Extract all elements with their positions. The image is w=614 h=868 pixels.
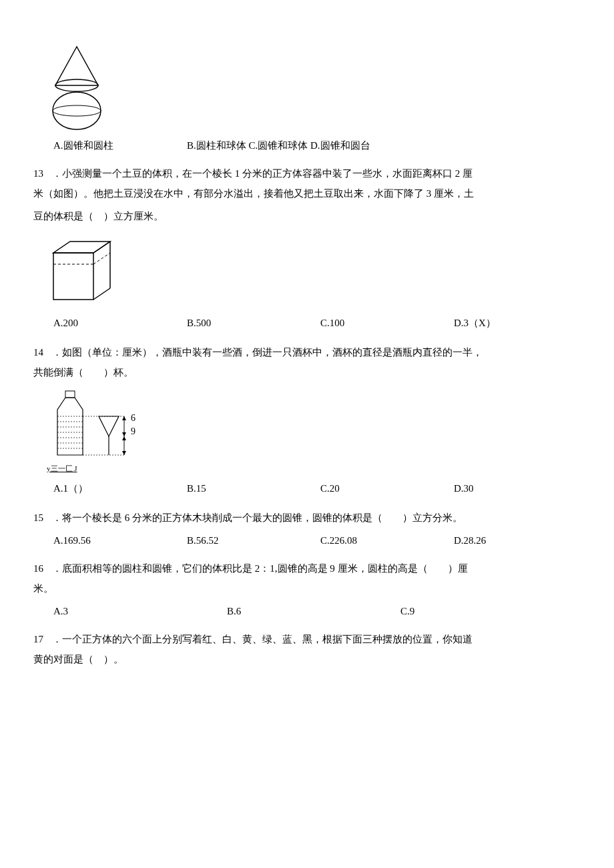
svg-rect-11 (65, 391, 75, 398)
q14-options: A.1（） B.15 C.20 D.30 (53, 480, 581, 496)
q13-option-d: D.3（X） (454, 315, 496, 331)
q12-figure (47, 45, 581, 132)
q14-option-d: D.30 (454, 480, 474, 496)
svg-point-3 (53, 105, 101, 116)
q13-line2: 米（如图）。他把土豆浸没在水中，有部分水溢出，接着他又把土豆取出来，水面下降了 … (33, 185, 581, 201)
q13-option-c: C.100 (320, 315, 454, 331)
svg-point-2 (53, 92, 101, 129)
q13-text1: ．小强测量一个土豆的体积，在一个棱长 1 分米的正方体容器中装了一些水，水面距离… (52, 168, 473, 179)
q15-number: 15 (33, 510, 52, 526)
q13-option-a: A.200 (53, 315, 187, 331)
q14-line1: 14．如图（单位：厘米），酒瓶中装有一些酒，倒进一只酒杯中，酒杯的直径是酒瓶内直… (33, 344, 581, 360)
q15-option-b: B.56.52 (187, 532, 320, 548)
q16-text1: ．底面积相等的圆柱和圆锥，它们的体积比是 2：1,圆锥的高是 9 厘米，圆柱的高… (52, 563, 468, 574)
q14-option-b: B.15 (187, 480, 320, 496)
q16-line1: 16．底面积相等的圆柱和圆锥，它们的体积比是 2：1,圆锥的高是 9 厘米，圆柱… (33, 560, 581, 576)
q15-option-d: D.28.26 (454, 532, 486, 548)
svg-line-10 (93, 253, 110, 264)
q13-number: 13 (33, 165, 52, 181)
cone-sphere-icon (47, 45, 107, 132)
q13-options: A.200 B.500 C.100 D.3（X） (53, 315, 581, 331)
cube-water-icon (47, 236, 120, 310)
q15-text1: ．将一个棱长是 6 分米的正方体木块削成一个最大的圆锥，圆锥的体积是（ ）立方分… (52, 512, 463, 523)
q15-option-c: C.226.08 (320, 532, 454, 548)
q12-option-b: B.圆柱和球体 C.圆锥和球体 D.圆锥和圆台 (187, 137, 370, 153)
svg-line-7 (93, 288, 110, 300)
svg-marker-27 (122, 451, 126, 455)
q16-option-c: C.9 (400, 603, 414, 619)
q17-text1: ．一个正方体的六个面上分别写着红、白、黄、绿、蓝、黑，根据下面三种摆放的位置，你… (52, 634, 473, 644)
q16-options: A.3 B.6 C.9 (53, 603, 581, 619)
q14-option-c: C.20 (320, 480, 454, 496)
q12-option-a: A.圆锥和圆柱 (53, 137, 187, 153)
svg-marker-26 (122, 436, 126, 440)
q13-line3: 豆的体积是（ ）立方厘米。 (33, 208, 581, 224)
q15-options: A.169.56 B.56.52 C.226.08 D.28.26 (53, 532, 581, 548)
q16-number: 16 (33, 560, 52, 576)
q16-line2: 米。 (33, 580, 581, 596)
svg-marker-24 (122, 432, 126, 436)
q14-number: 14 (33, 344, 52, 360)
q13-option-b: B.500 (187, 315, 320, 331)
q15-line1: 15．将一个棱长是 6 分米的正方体木块削成一个最大的圆锥，圆锥的体积是（ ）立… (33, 510, 581, 526)
q17-number: 17 (33, 631, 52, 647)
q14-fig-caption: y三一匚 J (47, 463, 581, 475)
q17-line2: 黄的对面是（ ）。 (33, 651, 581, 667)
q16-option-a: A.3 (53, 603, 227, 619)
q14-text1: ．如图（单位：厘米），酒瓶中装有一些酒，倒进一只酒杯中，酒杯的直径是酒瓶内直径的… (52, 347, 483, 358)
svg-line-6 (93, 242, 110, 253)
q13-line1: 13．小强测量一个土豆的体积，在一个棱长 1 分米的正方体容器中装了一些水，水面… (33, 165, 581, 181)
q17-line1: 17．一个正方体的六个面上分别写着红、白、黄、绿、蓝、黑，根据下面三种摆放的位置… (33, 631, 581, 647)
q14-option-a: A.1（） (53, 480, 187, 496)
q14-figure: 6 9 y三一匚 J (45, 390, 581, 475)
q14-line2: 共能倒满（ ）杯。 (33, 364, 581, 380)
q16-option-b: B.6 (227, 603, 400, 619)
q13-figure (47, 236, 581, 310)
svg-rect-5 (53, 253, 93, 300)
q12-options: A.圆锥和圆柱 B.圆柱和球体 C.圆锥和球体 D.圆锥和圆台 (53, 137, 581, 153)
q15-option-a: A.169.56 (53, 532, 187, 548)
bottle-cup-icon (45, 390, 159, 463)
svg-marker-23 (122, 416, 126, 420)
